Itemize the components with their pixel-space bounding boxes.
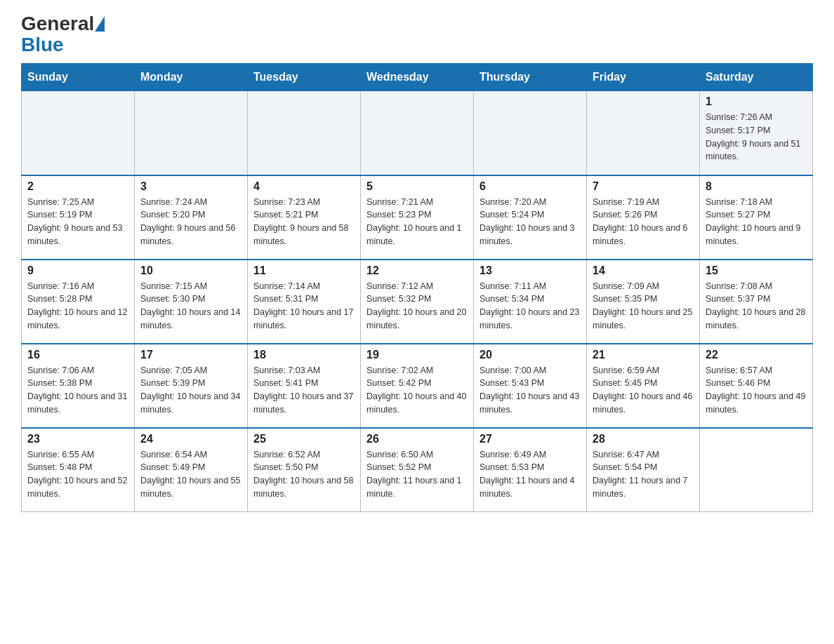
day-info: Sunrise: 6:54 AMSunset: 5:49 PMDaylight:… [140, 448, 241, 501]
calendar-cell: 16Sunrise: 7:06 AMSunset: 5:38 PMDayligh… [22, 344, 135, 428]
day-number: 28 [593, 433, 694, 445]
calendar-cell [248, 91, 361, 175]
day-number: 15 [706, 264, 807, 277]
calendar-cell: 6Sunrise: 7:20 AMSunset: 5:24 PMDaylight… [474, 175, 587, 260]
weekday-header-row: SundayMondayTuesdayWednesdayThursdayFrid… [22, 64, 813, 91]
calendar-cell: 20Sunrise: 7:00 AMSunset: 5:43 PMDayligh… [474, 344, 587, 428]
day-number: 6 [479, 180, 581, 193]
day-number: 27 [479, 433, 581, 445]
day-number: 24 [140, 433, 241, 445]
day-info: Sunrise: 6:55 AMSunset: 5:48 PMDaylight:… [27, 448, 128, 501]
day-info: Sunrise: 7:09 AMSunset: 5:35 PMDaylight:… [593, 280, 694, 333]
day-number: 10 [140, 264, 241, 277]
calendar-cell [474, 91, 587, 175]
logo: General Blue [21, 14, 105, 56]
day-number: 14 [593, 264, 694, 277]
week-row-3: 9Sunrise: 7:16 AMSunset: 5:28 PMDaylight… [22, 260, 813, 344]
calendar-cell [135, 91, 248, 175]
calendar-cell: 4Sunrise: 7:23 AMSunset: 5:21 PMDaylight… [248, 175, 361, 260]
calendar-cell: 15Sunrise: 7:08 AMSunset: 5:37 PMDayligh… [700, 260, 813, 344]
day-number: 5 [366, 180, 468, 193]
day-info: Sunrise: 7:14 AMSunset: 5:31 PMDaylight:… [253, 280, 355, 333]
week-row-1: 1Sunrise: 7:26 AMSunset: 5:17 PMDaylight… [22, 91, 813, 175]
day-number: 23 [27, 433, 128, 445]
day-info: Sunrise: 7:18 AMSunset: 5:27 PMDaylight:… [706, 196, 807, 248]
calendar-cell: 11Sunrise: 7:14 AMSunset: 5:31 PMDayligh… [248, 260, 361, 344]
calendar-cell: 18Sunrise: 7:03 AMSunset: 5:41 PMDayligh… [248, 344, 361, 428]
calendar-cell: 24Sunrise: 6:54 AMSunset: 5:49 PMDayligh… [135, 428, 248, 512]
calendar-cell: 17Sunrise: 7:05 AMSunset: 5:39 PMDayligh… [135, 344, 248, 428]
page-header: General Blue [21, 14, 813, 56]
calendar-cell: 28Sunrise: 6:47 AMSunset: 5:54 PMDayligh… [587, 428, 700, 512]
calendar-cell: 25Sunrise: 6:52 AMSunset: 5:50 PMDayligh… [248, 428, 361, 512]
weekday-header-wednesday: Wednesday [361, 64, 474, 91]
day-info: Sunrise: 7:05 AMSunset: 5:39 PMDaylight:… [140, 364, 241, 417]
day-info: Sunrise: 6:50 AMSunset: 5:52 PMDaylight:… [366, 448, 468, 501]
calendar-cell [361, 91, 474, 175]
calendar-cell: 27Sunrise: 6:49 AMSunset: 5:53 PMDayligh… [474, 428, 587, 512]
day-info: Sunrise: 6:49 AMSunset: 5:53 PMDaylight:… [479, 448, 581, 501]
day-number: 7 [593, 180, 694, 193]
day-info: Sunrise: 7:03 AMSunset: 5:41 PMDaylight:… [253, 364, 355, 417]
day-info: Sunrise: 6:57 AMSunset: 5:46 PMDaylight:… [706, 364, 807, 417]
week-row-2: 2Sunrise: 7:25 AMSunset: 5:19 PMDaylight… [22, 175, 813, 260]
calendar-cell: 2Sunrise: 7:25 AMSunset: 5:19 PMDaylight… [22, 175, 135, 260]
day-info: Sunrise: 6:47 AMSunset: 5:54 PMDaylight:… [593, 448, 694, 501]
day-number: 12 [366, 264, 468, 277]
day-info: Sunrise: 7:02 AMSunset: 5:42 PMDaylight:… [366, 364, 468, 417]
day-info: Sunrise: 7:15 AMSunset: 5:30 PMDaylight:… [140, 280, 241, 333]
calendar-cell: 26Sunrise: 6:50 AMSunset: 5:52 PMDayligh… [361, 428, 474, 512]
calendar-table: SundayMondayTuesdayWednesdayThursdayFrid… [21, 63, 813, 512]
day-number: 25 [253, 433, 355, 445]
day-number: 26 [366, 433, 468, 445]
day-number: 20 [479, 349, 581, 361]
day-number: 11 [253, 264, 355, 277]
calendar-cell: 8Sunrise: 7:18 AMSunset: 5:27 PMDaylight… [700, 175, 813, 260]
day-number: 21 [593, 349, 694, 361]
day-info: Sunrise: 7:20 AMSunset: 5:24 PMDaylight:… [479, 196, 581, 248]
calendar-cell [700, 428, 813, 512]
calendar-cell: 22Sunrise: 6:57 AMSunset: 5:46 PMDayligh… [700, 344, 813, 428]
calendar-cell: 13Sunrise: 7:11 AMSunset: 5:34 PMDayligh… [474, 260, 587, 344]
calendar-cell [22, 91, 135, 175]
day-number: 3 [140, 180, 241, 193]
day-number: 13 [479, 264, 581, 277]
day-info: Sunrise: 7:21 AMSunset: 5:23 PMDaylight:… [366, 196, 468, 248]
day-number: 9 [27, 264, 128, 277]
calendar-cell: 19Sunrise: 7:02 AMSunset: 5:42 PMDayligh… [361, 344, 474, 428]
day-info: Sunrise: 7:23 AMSunset: 5:21 PMDaylight:… [253, 196, 355, 248]
day-number: 18 [253, 349, 355, 361]
calendar-cell: 10Sunrise: 7:15 AMSunset: 5:30 PMDayligh… [135, 260, 248, 344]
logo-triangle-icon [95, 16, 105, 32]
weekday-header-sunday: Sunday [22, 64, 135, 91]
calendar-cell: 7Sunrise: 7:19 AMSunset: 5:26 PMDaylight… [587, 175, 700, 260]
calendar-cell: 1Sunrise: 7:26 AMSunset: 5:17 PMDaylight… [700, 91, 813, 175]
weekday-header-friday: Friday [587, 64, 700, 91]
weekday-header-tuesday: Tuesday [248, 64, 361, 91]
day-number: 22 [706, 349, 807, 361]
day-info: Sunrise: 7:06 AMSunset: 5:38 PMDaylight:… [27, 364, 128, 417]
day-number: 1 [706, 95, 807, 108]
weekday-header-saturday: Saturday [700, 64, 813, 91]
week-row-5: 23Sunrise: 6:55 AMSunset: 5:48 PMDayligh… [22, 428, 813, 512]
day-number: 17 [140, 349, 241, 361]
day-info: Sunrise: 7:08 AMSunset: 5:37 PMDaylight:… [706, 280, 807, 333]
day-info: Sunrise: 7:26 AMSunset: 5:17 PMDaylight:… [706, 111, 807, 163]
day-info: Sunrise: 7:24 AMSunset: 5:20 PMDaylight:… [140, 196, 241, 248]
day-info: Sunrise: 6:59 AMSunset: 5:45 PMDaylight:… [593, 364, 694, 417]
logo-general-text: General [21, 14, 94, 34]
calendar-cell: 21Sunrise: 6:59 AMSunset: 5:45 PMDayligh… [587, 344, 700, 428]
weekday-header-thursday: Thursday [474, 64, 587, 91]
day-info: Sunrise: 7:11 AMSunset: 5:34 PMDaylight:… [479, 280, 581, 333]
day-info: Sunrise: 7:16 AMSunset: 5:28 PMDaylight:… [27, 280, 128, 333]
day-info: Sunrise: 7:12 AMSunset: 5:32 PMDaylight:… [366, 280, 468, 333]
calendar-cell: 14Sunrise: 7:09 AMSunset: 5:35 PMDayligh… [587, 260, 700, 344]
day-number: 19 [366, 349, 468, 361]
calendar-cell: 5Sunrise: 7:21 AMSunset: 5:23 PMDaylight… [361, 175, 474, 260]
day-number: 4 [253, 180, 355, 193]
day-number: 8 [706, 180, 807, 193]
calendar-cell: 3Sunrise: 7:24 AMSunset: 5:20 PMDaylight… [135, 175, 248, 260]
calendar-cell: 9Sunrise: 7:16 AMSunset: 5:28 PMDaylight… [22, 260, 135, 344]
day-number: 16 [27, 349, 128, 361]
weekday-header-monday: Monday [135, 64, 248, 91]
